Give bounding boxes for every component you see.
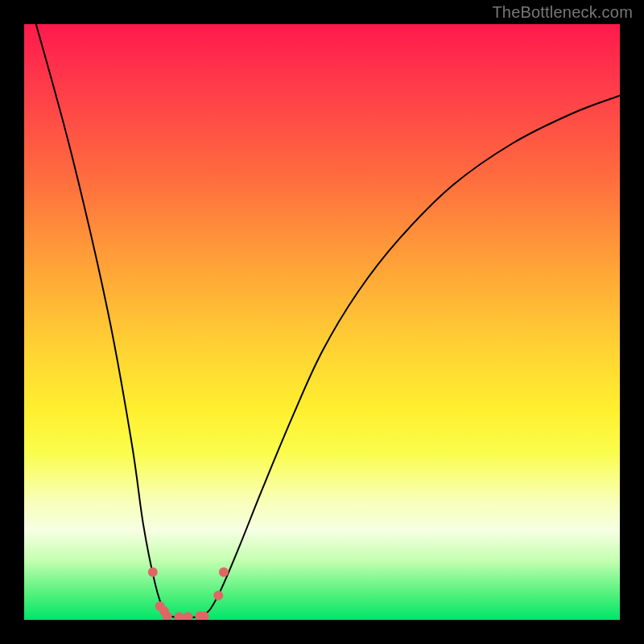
plot-area — [24, 24, 620, 620]
data-marker — [174, 612, 184, 620]
data-marker — [148, 568, 158, 577]
data-marker — [184, 612, 193, 620]
watermark-text: TheBottleneck.com — [492, 3, 633, 22]
curve-line — [36, 24, 620, 617]
data-marker — [213, 591, 223, 601]
data-marker — [219, 568, 229, 577]
chart-svg — [24, 24, 620, 620]
marker-group — [148, 568, 229, 620]
chart-frame: TheBottleneck.com — [0, 0, 644, 644]
